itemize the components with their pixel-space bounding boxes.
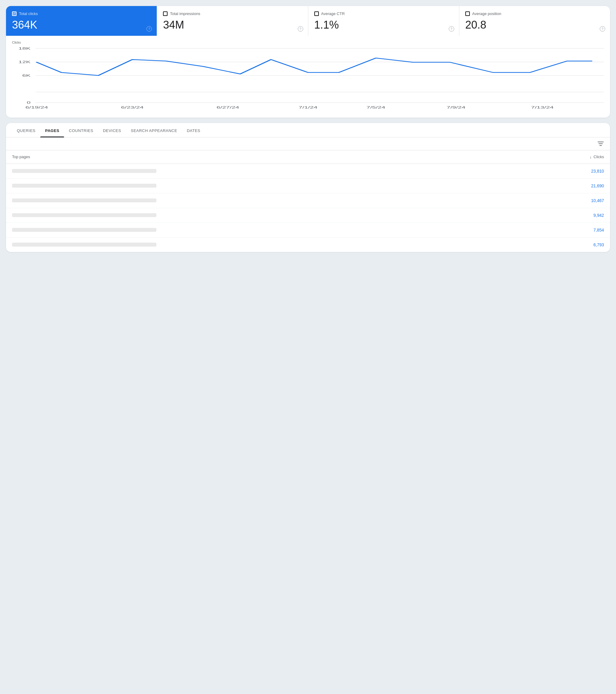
svg-text:12K: 12K xyxy=(18,60,30,64)
svg-text:6K: 6K xyxy=(22,74,31,77)
row-clicks-value: 21,690 xyxy=(586,183,604,188)
page-url-blur xyxy=(12,184,157,188)
table-row[interactable]: 21,690 xyxy=(6,179,610,193)
tab-countries[interactable]: COUNTRIES xyxy=(64,123,98,137)
tabs-nav: QUERIES PAGES COUNTRIES DEVICES SEARCH A… xyxy=(6,123,610,138)
page-url-blur xyxy=(12,228,157,232)
page-url-blur xyxy=(12,243,157,246)
svg-text:6/23/24: 6/23/24 xyxy=(121,106,143,109)
table-body: 23,810 21,690 10,467 9,942 7,854 6,793 xyxy=(6,164,610,252)
table-row[interactable]: 10,467 xyxy=(6,193,610,208)
total-impressions-label: Total impressions xyxy=(170,12,200,16)
metric-total-clicks[interactable]: Total clicks 364K ? xyxy=(6,6,157,36)
tab-pages[interactable]: PAGES xyxy=(40,123,64,137)
average-position-help-icon[interactable]: ? xyxy=(600,26,605,32)
row-clicks-value: 23,810 xyxy=(586,169,604,174)
page-url-blur xyxy=(12,213,157,217)
average-ctr-value: 1.1% xyxy=(314,19,453,31)
metric-total-impressions[interactable]: Total impressions 34M ? xyxy=(157,6,308,36)
tab-search-appearance[interactable]: SEARCH APPEARANCE xyxy=(126,123,182,137)
svg-text:0: 0 xyxy=(27,101,31,104)
total-impressions-help-icon[interactable]: ? xyxy=(298,26,303,32)
row-clicks-value: 10,467 xyxy=(586,198,604,203)
page-url-blur xyxy=(12,199,157,202)
average-position-value: 20.8 xyxy=(465,19,604,31)
table-row[interactable]: 23,810 xyxy=(6,164,610,179)
total-clicks-help-icon[interactable]: ? xyxy=(146,26,152,32)
table-header-pages-label: Top pages xyxy=(12,154,30,159)
average-ctr-label: Average CTR xyxy=(321,12,345,16)
table-header: Top pages ↓ Clicks xyxy=(6,150,610,164)
table-row[interactable]: 7,854 xyxy=(6,223,610,238)
svg-text:7/9/24: 7/9/24 xyxy=(447,106,466,109)
tab-queries[interactable]: QUERIES xyxy=(12,123,40,137)
sort-down-icon: ↓ xyxy=(590,154,592,159)
row-clicks-value: 7,854 xyxy=(586,227,604,233)
chart-area: 18K 12K 6K 0 6/19/24 6/23/24 6/27/24 7/1… xyxy=(12,45,604,112)
tabs-card: QUERIES PAGES COUNTRIES DEVICES SEARCH A… xyxy=(6,123,610,252)
svg-text:7/13/24: 7/13/24 xyxy=(531,106,554,109)
svg-text:7/1/24: 7/1/24 xyxy=(299,106,318,109)
svg-text:18K: 18K xyxy=(18,47,30,50)
svg-text:6/19/24: 6/19/24 xyxy=(25,106,48,109)
average-position-checkbox[interactable] xyxy=(465,12,470,16)
tab-dates[interactable]: DATES xyxy=(182,123,205,137)
total-clicks-value: 364K xyxy=(12,19,151,31)
filter-button[interactable] xyxy=(597,141,604,146)
table-row[interactable]: 9,942 xyxy=(6,208,610,223)
svg-text:7/5/24: 7/5/24 xyxy=(366,106,385,109)
average-ctr-help-icon[interactable]: ? xyxy=(449,26,454,32)
page-url-blur xyxy=(12,169,157,173)
total-impressions-checkbox[interactable] xyxy=(163,12,167,16)
svg-text:6/27/24: 6/27/24 xyxy=(217,106,239,109)
total-clicks-checkbox[interactable] xyxy=(12,12,17,16)
chart-y-label: Clicks xyxy=(12,41,604,44)
total-clicks-label: Total clicks xyxy=(19,12,38,16)
metric-average-ctr[interactable]: Average CTR 1.1% ? xyxy=(308,6,459,36)
row-clicks-value: 6,793 xyxy=(586,242,604,247)
metric-average-position[interactable]: Average position 20.8 ? xyxy=(459,6,610,36)
filter-icon xyxy=(597,141,604,146)
average-ctr-checkbox[interactable] xyxy=(314,12,319,16)
total-impressions-value: 34M xyxy=(163,19,302,31)
chart-svg: 18K 12K 6K 0 6/19/24 6/23/24 6/27/24 7/1… xyxy=(12,45,604,112)
table-header-clicks-label[interactable]: ↓ Clicks xyxy=(590,154,604,159)
metrics-card: Total clicks 364K ? Total impressions 34… xyxy=(6,6,610,117)
metrics-row: Total clicks 364K ? Total impressions 34… xyxy=(6,6,610,36)
table-toolbar xyxy=(6,138,610,150)
average-position-label: Average position xyxy=(472,12,502,16)
row-clicks-value: 9,942 xyxy=(586,213,604,218)
table-row[interactable]: 6,793 xyxy=(6,238,610,252)
chart-container: Clicks 18K 12K 6K 0 6/19/24 6 xyxy=(6,36,610,117)
tab-devices[interactable]: DEVICES xyxy=(98,123,126,137)
